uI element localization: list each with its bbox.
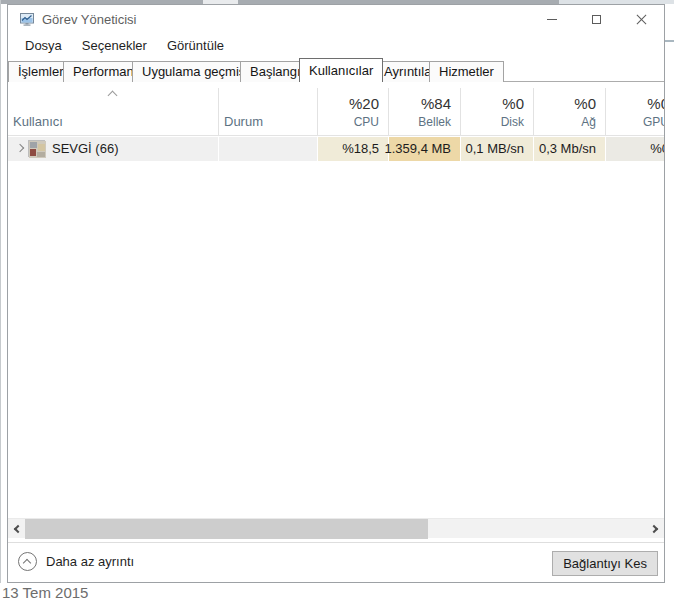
column-label: Disk	[501, 115, 524, 129]
footer-bar: Daha az ayrıntı Bağlantıyı Kes	[8, 542, 664, 582]
table-header: Kullanıcı Durum %20 CPU %84 Bellek %0 Di…	[8, 88, 665, 136]
disk-value: 0,1 MB/sn	[465, 141, 524, 156]
expand-chevron-icon[interactable]	[16, 144, 24, 152]
titlebar: Görev Yöneticisi	[8, 5, 664, 33]
user-avatar	[28, 140, 45, 157]
column-label: Bellek	[418, 115, 451, 129]
memory-value: 1.359,4 MB	[385, 141, 452, 156]
network-value: 0,3 Mb/sn	[539, 141, 596, 156]
column-header-kullanici[interactable]: Kullanıcı	[8, 88, 218, 135]
menu-bar: Dosya Seçenekler Görüntüle	[8, 33, 664, 57]
minimize-button[interactable]	[529, 5, 574, 33]
column-header-bellek[interactable]: %84 Bellek	[388, 88, 460, 135]
chevron-up-circle-icon	[18, 552, 37, 571]
column-total-value: %0	[574, 95, 596, 112]
close-icon	[635, 13, 648, 26]
column-header-ag[interactable]: %0 Ağ	[533, 88, 605, 135]
user-row[interactable]: SEVGİ (66) %18,5 1.359,4 MB 0,1 MB/sn 0,…	[8, 137, 665, 161]
task-manager-window: Görev Yöneticisi Dosya Seçenekler Görünt…	[7, 4, 665, 583]
column-label: GPU	[643, 115, 665, 129]
gpu-value: %0	[650, 141, 665, 156]
horizontal-scrollbar[interactable]	[8, 518, 664, 538]
column-header-durum[interactable]: Durum	[218, 88, 317, 135]
memory-cell: 1.359,4 MB	[388, 137, 460, 161]
tab-strip: İşlemler Performans Uygulama geçmişi Baş…	[8, 57, 664, 82]
close-button[interactable]	[619, 5, 664, 33]
column-total-value: %20	[349, 95, 379, 112]
tab-hizmetler[interactable]: Hizmetler	[429, 61, 504, 82]
tab-kullanicilar[interactable]: Kullanıcılar	[299, 58, 383, 82]
desktop-background: 13 Tem 2015 Görev Yöneticisi Dosya Seçen	[0, 0, 674, 600]
column-label: CPU	[354, 115, 379, 129]
column-label: Kullanıcı	[13, 114, 63, 129]
column-label: Ağ	[581, 115, 596, 129]
chevron-right-icon	[650, 525, 658, 533]
minimize-icon	[547, 19, 557, 20]
fewer-details-label: Daha az ayrıntı	[46, 554, 134, 569]
user-name: SEVGİ (66)	[52, 141, 118, 156]
maximize-button[interactable]	[574, 5, 619, 33]
chevron-left-icon	[14, 525, 22, 533]
scrollbar-thumb[interactable]	[25, 519, 428, 539]
column-header-disk[interactable]: %0 Disk	[460, 88, 533, 135]
desktop-date-text: 13 Tem 2015	[2, 584, 88, 600]
status-cell	[218, 137, 317, 161]
cpu-cell: %18,5	[317, 137, 388, 161]
menu-goruntule[interactable]: Görüntüle	[157, 35, 234, 56]
maximize-icon	[592, 15, 601, 24]
fewer-details-toggle[interactable]: Daha az ayrıntı	[18, 552, 134, 571]
disk-cell: 0,1 MB/sn	[460, 137, 533, 161]
column-total-value: %0	[647, 95, 665, 112]
user-cell[interactable]: SEVGİ (66)	[8, 137, 218, 161]
column-header-cpu[interactable]: %20 CPU	[317, 88, 388, 135]
scroll-left-button[interactable]	[8, 519, 25, 539]
scroll-right-button[interactable]	[647, 519, 664, 539]
background-window-edge	[0, 0, 1, 583]
disconnect-button[interactable]: Bağlantıyı Kes	[552, 551, 658, 576]
network-cell: 0,3 Mb/sn	[533, 137, 605, 161]
column-total-value: %84	[421, 95, 451, 112]
column-label: Durum	[224, 114, 263, 129]
gpu-cell: %0	[605, 137, 665, 161]
menu-secenekler[interactable]: Seçenekler	[72, 35, 157, 56]
window-title: Görev Yöneticisi	[42, 12, 136, 27]
sort-ascending-icon	[108, 91, 118, 101]
background-window-edge	[665, 40, 674, 42]
column-total-value: %0	[502, 95, 524, 112]
cpu-value: %18,5	[342, 141, 379, 156]
column-header-gpu[interactable]: %0 GPU	[605, 88, 665, 135]
task-manager-icon	[19, 11, 35, 27]
menu-dosya[interactable]: Dosya	[15, 35, 72, 56]
